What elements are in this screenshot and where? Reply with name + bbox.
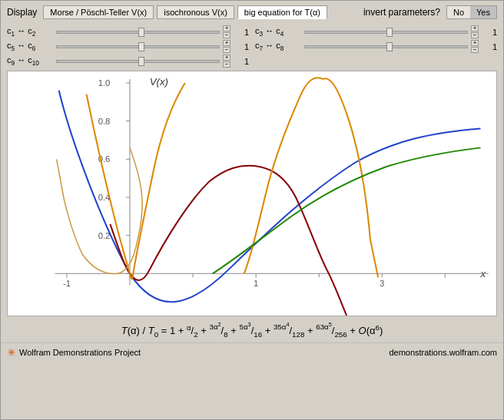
tab-big-equation[interactable]: big equation for T(α) [237,5,327,19]
main-window: Display Morse / Pöschl-Teller V(x) isoch… [0,0,504,420]
plusminus-c3c4: + − [471,25,479,38]
plus-c9c10[interactable]: + [223,55,230,61]
no-button[interactable]: No [447,6,470,18]
slider-label-c7c8: c7 ↔ c8 [255,41,301,52]
plus-c1c2[interactable]: + [223,25,230,31]
value-c5c6: 1 [234,42,249,51]
plusminus-c9c10: + − [223,55,230,68]
minus-c5c6[interactable]: − [223,47,230,53]
value-c3c4: 1 [482,28,497,37]
yes-button[interactable]: Yes [470,6,496,18]
equation-text: T(α) / T0 = 1 + α/2 + 3α2/8 + 5α3/16 + 3… [121,325,383,336]
slider-row-c7c8: c7 ↔ c8 + − 1 [255,40,497,53]
plusminus-c5c6: + − [223,40,230,53]
svg-text:0.2: 0.2 [98,231,111,240]
value-c7c8: 1 [482,42,497,51]
svg-text:-1: -1 [63,279,71,288]
slider-label-c9c10: c9 ↔ c10 [7,55,53,67]
value-c1c2: 1 [234,28,249,37]
sliders-area: c1 ↔ c2 + − 1 c3 ↔ c4 + − 1 c5 ↔ c6 + − [1,24,503,71]
svg-rect-0 [8,71,496,316]
minus-c1c2[interactable]: − [223,32,230,38]
slider-row-c9c10: c9 ↔ c10 + − 1 [7,55,249,68]
yn-group: No Yes [446,5,497,19]
slider-track-c5c6[interactable] [56,45,220,48]
slider-track-c3c4[interactable] [304,31,468,34]
svg-text:x: x [479,269,486,280]
top-controls: Display Morse / Pöschl-Teller V(x) isoch… [1,1,503,24]
svg-text:V(x): V(x) [150,76,168,88]
slider-row-c3c4: c3 ↔ c4 + − 1 [255,25,497,38]
tab-morse[interactable]: Morse / Pöschl-Teller V(x) [43,5,154,19]
svg-text:0.8: 0.8 [98,117,111,126]
equation-bar: T(α) / T0 = 1 + α/2 + 3α2/8 + 5α3/16 + 3… [1,316,503,342]
slider-row-c1c2: c1 ↔ c2 + − 1 [7,25,249,38]
plus-c3c4[interactable]: + [471,25,479,31]
slider-track-c7c8[interactable] [304,45,468,48]
bottom-bar: ✳ Wolfram Demonstrations Project demonst… [1,342,503,362]
slider-track-c1c2[interactable] [56,31,220,34]
plus-c7c8[interactable]: + [471,40,479,46]
slider-track-c9c10[interactable] [56,60,220,63]
slider-label-c5c6: c5 ↔ c6 [7,41,53,52]
wolfram-icon: ✳ [7,346,16,359]
minus-c7c8[interactable]: − [471,47,479,53]
tab-isochronous[interactable]: isochronous V(x) [157,5,234,19]
svg-text:1: 1 [254,279,258,288]
plusminus-c7c8: + − [471,40,479,53]
graph-container: V(x) x 0.2 0.4 0.6 0.8 1.0 -1 1 [7,71,497,316]
plus-c5c6[interactable]: + [223,40,230,46]
display-label: Display [7,7,37,18]
bottom-left: Wolfram Demonstrations Project [19,348,141,357]
minus-c9c10[interactable]: − [223,61,230,68]
bottom-right: demonstrations.wolfram.com [389,348,497,357]
svg-text:1.0: 1.0 [98,78,111,88]
invert-label: invert parameters? [363,7,440,18]
plusminus-c1c2: + − [223,25,230,38]
slider-label-c1c2: c1 ↔ c2 [7,26,53,38]
value-c9c10: 1 [234,57,249,66]
wolfram-logo: ✳ Wolfram Demonstrations Project [7,346,141,359]
graph-svg: V(x) x 0.2 0.4 0.6 0.8 1.0 -1 1 [8,71,496,316]
slider-label-c3c4: c3 ↔ c4 [255,26,301,38]
svg-text:3: 3 [380,279,384,288]
slider-row-c5c6: c5 ↔ c6 + − 1 [7,40,249,53]
minus-c3c4[interactable]: − [471,32,479,38]
